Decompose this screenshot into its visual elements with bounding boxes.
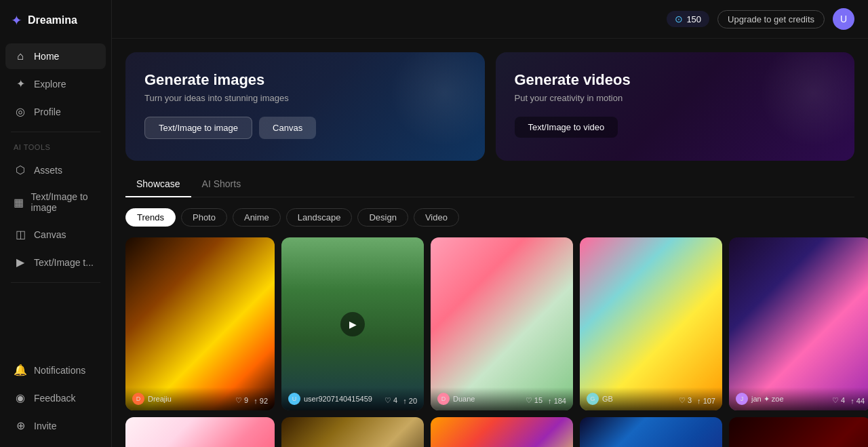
tabs-row: Showcase AI Shorts xyxy=(125,172,854,197)
gallery-item-blue-rose[interactable] xyxy=(580,417,722,447)
user-avatar: J xyxy=(736,393,748,405)
filter-video[interactable]: Video xyxy=(414,208,459,227)
sidebar-item-text-image[interactable]: ▦ Text/Image to image xyxy=(5,184,106,220)
invite-label: Invite xyxy=(34,421,56,431)
gallery-overlay: D Duane ♡ 15 ↑ 184 xyxy=(431,387,573,410)
text-image-to-image-button[interactable]: Text/Image to image xyxy=(144,117,252,139)
divider-2 xyxy=(11,282,100,283)
gallery-item-girl-flowers[interactable]: D Duane ♡ 15 ↑ 184 xyxy=(431,237,573,410)
sidebar-item-notifications[interactable]: 🔔 Notifications xyxy=(5,357,106,383)
avatar[interactable]: U xyxy=(833,8,854,30)
sidebar-item-assets[interactable]: ⬡ Assets xyxy=(5,157,106,183)
profile-label: Profile xyxy=(34,106,61,117)
sidebar-item-explore[interactable]: ✦ Explore xyxy=(5,71,106,97)
bookmarks-stat: ↑ 44 xyxy=(850,396,865,405)
gallery-item-anime-space[interactable]: J jan ✦ zoe ♡ 4 ↑ 44 xyxy=(729,237,868,410)
gallery-user: D Duane xyxy=(437,393,475,405)
likes-stat: ♡ 4 xyxy=(384,396,397,405)
filter-pills: Trends Photo Anime Landscape Design Vide… xyxy=(125,208,854,227)
assets-icon: ⬡ xyxy=(14,163,27,176)
generate-videos-card: Generate videos Put your creativity in m… xyxy=(496,52,855,161)
gallery-overlay: D Dreajiu ♡ 9 ↑ 92 xyxy=(125,387,275,410)
canvas-button[interactable]: Canvas xyxy=(259,117,316,139)
username: Duane xyxy=(453,395,475,403)
notifications-icon: 🔔 xyxy=(14,364,27,376)
gallery-grid: D Dreajiu ♡ 9 ↑ 92 ▶ U user920714041545 xyxy=(125,237,854,447)
home-label: Home xyxy=(34,51,59,62)
bookmarks-stat: ↑ 184 xyxy=(548,396,566,405)
sidebar: ✦ Dreamina ⌂ Home ✦ Explore ◎ Profile AI… xyxy=(0,0,112,447)
text-image-icon: ▦ xyxy=(14,196,24,209)
user-avatar: U xyxy=(288,393,300,405)
gallery-item-flower-face[interactable]: G GB ♡ 3 ↑ 107 xyxy=(580,237,722,410)
gallery-stats: ♡ 4 ↑ 20 xyxy=(384,396,417,405)
gallery-overlay: U user9207140415459 ♡ 4 ↑ 20 xyxy=(281,387,424,410)
filter-landscape[interactable]: Landscape xyxy=(286,208,353,227)
canvas-label: Canvas xyxy=(34,229,66,240)
sidebar-item-canvas[interactable]: ◫ Canvas xyxy=(5,221,106,248)
credits-icon: ⊙ xyxy=(675,14,683,24)
invite-icon: ⊕ xyxy=(14,419,27,432)
gallery-stats: ♡ 9 ↑ 92 xyxy=(235,396,268,405)
notifications-label: Notifications xyxy=(34,365,85,376)
gallery-stats: ♡ 4 ↑ 44 xyxy=(832,396,865,405)
gallery-overlay: J jan ✦ zoe ♡ 4 ↑ 44 xyxy=(729,387,868,410)
likes-stat: ♡ 3 xyxy=(679,396,692,405)
tab-ai-shorts[interactable]: AI Shorts xyxy=(191,172,252,197)
sidebar-item-home[interactable]: ⌂ Home xyxy=(5,43,106,69)
sidebar-item-profile[interactable]: ◎ Profile xyxy=(5,98,106,125)
tools-nav: ⬡ Assets ▦ Text/Image to image ◫ Canvas … xyxy=(0,154,111,278)
sidebar-item-text-video[interactable]: ▶ Text/Image t... xyxy=(5,249,106,275)
gallery-item-forest[interactable]: ▶ U user9207140415459 ♡ 4 ↑ 20 xyxy=(281,237,424,410)
username: GB xyxy=(602,395,613,403)
logo[interactable]: ✦ Dreamina xyxy=(0,0,111,41)
gallery-item-anime-girl[interactable] xyxy=(125,417,275,447)
likes-stat: ♡ 9 xyxy=(235,396,248,405)
username: jan ✦ zoe xyxy=(751,395,784,404)
app-name: Dreamina xyxy=(28,14,77,26)
gallery-stats: ♡ 15 ↑ 184 xyxy=(526,396,566,405)
gallery-user: G GB xyxy=(587,393,613,405)
gallery-item-roman-woman[interactable] xyxy=(281,417,424,447)
main-content: ⊙ 150 Upgrade to get credits U Generate … xyxy=(112,0,868,447)
user-avatar: D xyxy=(132,393,144,405)
canvas-icon: ◫ xyxy=(14,228,27,241)
gallery-item-eye[interactable]: D Dreajiu ♡ 9 ↑ 92 xyxy=(125,237,275,410)
filter-anime[interactable]: Anime xyxy=(233,208,281,227)
tab-showcase[interactable]: Showcase xyxy=(125,172,191,197)
likes-stat: ♡ 15 xyxy=(526,396,542,405)
gallery-user: J jan ✦ zoe xyxy=(736,393,784,405)
upgrade-button[interactable]: Upgrade to get credits xyxy=(717,10,825,28)
topbar: ⊙ 150 Upgrade to get credits U xyxy=(112,0,868,39)
bookmarks-stat: ↑ 107 xyxy=(697,396,715,405)
feedback-icon: ◉ xyxy=(14,391,27,404)
sidebar-item-invite[interactable]: ⊕ Invite xyxy=(5,412,106,439)
play-button[interactable]: ▶ xyxy=(340,312,365,336)
filter-design[interactable]: Design xyxy=(357,208,408,227)
text-video-label: Text/Image t... xyxy=(34,257,94,268)
credits-count: 150 xyxy=(686,14,701,24)
showcase-section: Showcase AI Shorts Trends Photo Anime La… xyxy=(112,172,868,447)
username: user9207140415459 xyxy=(304,395,372,403)
feedback-label: Feedback xyxy=(34,393,75,404)
bookmarks-stat: ↑ 20 xyxy=(403,396,417,405)
filter-photo[interactable]: Photo xyxy=(181,208,227,227)
explore-label: Explore xyxy=(34,79,66,90)
sidebar-item-feedback[interactable]: ◉ Feedback xyxy=(5,385,106,411)
user-avatar: D xyxy=(437,393,450,405)
divider-1 xyxy=(11,132,100,132)
text-image-to-video-button[interactable]: Text/Image to video xyxy=(515,117,618,138)
main-nav: ⌂ Home ✦ Explore ◎ Profile xyxy=(0,41,111,128)
hero-section: Generate images Turn your ideas into stu… xyxy=(112,39,868,172)
gallery-user: U user9207140415459 xyxy=(288,393,372,405)
logo-icon: ✦ xyxy=(11,12,22,28)
gallery-item-dark-man[interactable] xyxy=(729,417,868,447)
home-icon: ⌂ xyxy=(14,50,27,62)
filter-trends[interactable]: Trends xyxy=(125,208,176,227)
generate-images-card: Generate images Turn your ideas into stu… xyxy=(125,52,485,161)
bottom-nav: 🔔 Notifications ◉ Feedback ⊕ Invite xyxy=(0,354,111,447)
gallery-item-llama[interactable] xyxy=(431,417,573,447)
gallery-overlay: G GB ♡ 3 ↑ 107 xyxy=(580,387,722,410)
ai-tools-label: AI tools xyxy=(0,136,111,154)
gallery-user: D Dreajiu xyxy=(132,393,172,405)
